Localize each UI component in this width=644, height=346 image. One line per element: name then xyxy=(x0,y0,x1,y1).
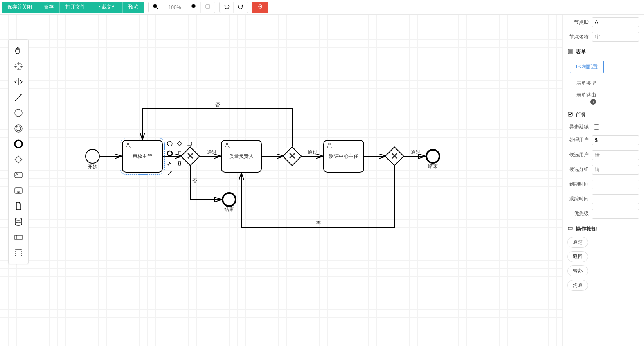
gateway-1[interactable]: ✕ xyxy=(182,148,198,164)
subprocess-tool[interactable] xyxy=(11,183,25,198)
download-file-button[interactable]: 下载文件 xyxy=(91,2,123,13)
start-event-label: 开始 xyxy=(88,164,97,171)
data-object-tool[interactable] xyxy=(11,198,25,214)
form-section-title: 表单 xyxy=(576,48,586,56)
svg-rect-54 xyxy=(568,227,572,230)
task-quality-owner[interactable]: 质量负责人 xyxy=(221,140,262,173)
node-name-label: 节点名称 xyxy=(567,34,592,40)
task-section-title: 任务 xyxy=(576,111,586,119)
record-icon xyxy=(257,4,263,11)
pad-wrench[interactable] xyxy=(166,160,173,167)
action-pass[interactable]: 通过 xyxy=(567,237,588,248)
task-eval-director[interactable]: 测评中心主任 xyxy=(323,140,364,173)
redo-button[interactable] xyxy=(234,2,248,13)
action-icon xyxy=(567,225,573,232)
zoom-reset-icon xyxy=(205,4,211,11)
svg-rect-43 xyxy=(187,142,192,145)
space-tool[interactable] xyxy=(11,74,25,90)
action-transfer[interactable]: 转办 xyxy=(567,265,588,276)
canvas[interactable]: 开始 审核主管 ✕ xyxy=(0,15,562,346)
svg-rect-32 xyxy=(15,249,22,256)
zoom-controls: 100% xyxy=(148,2,215,13)
preview-button[interactable]: 预览 xyxy=(123,2,144,13)
record-button[interactable] xyxy=(252,2,268,13)
gateway-tool[interactable] xyxy=(11,152,25,167)
svg-rect-30 xyxy=(15,235,22,239)
due-time-input[interactable] xyxy=(592,180,639,189)
user-icon xyxy=(327,142,332,149)
zoom-in-icon xyxy=(191,4,197,11)
end-event-1[interactable]: 结束 xyxy=(426,149,440,164)
svg-rect-22 xyxy=(15,156,22,163)
zoom-out-icon xyxy=(153,4,158,11)
form-type-label: 表单类型 xyxy=(575,80,599,87)
primary-actions: 保存并关闭 暂存 打开文件 下载文件 预览 xyxy=(2,2,144,13)
zoom-level-display: 100% xyxy=(162,4,187,10)
save-close-button[interactable]: 保存并关闭 xyxy=(2,2,38,13)
svg-rect-7 xyxy=(206,5,210,8)
start-event-tool[interactable] xyxy=(11,105,25,121)
pad-append-end-event[interactable] xyxy=(166,150,173,157)
edge-label-gw2-no: 否 xyxy=(214,101,221,108)
pc-config-tab[interactable]: PC端配置 xyxy=(570,61,604,73)
end-event-2[interactable]: 结束 xyxy=(222,192,236,207)
participant-tool[interactable] xyxy=(11,229,25,245)
end-event-label: 结束 xyxy=(428,163,438,170)
lasso-tool[interactable] xyxy=(11,58,25,74)
action-communicate[interactable]: 沟通 xyxy=(567,280,588,291)
zoom-reset-button[interactable] xyxy=(201,2,215,13)
candidate-group-input[interactable] xyxy=(592,165,639,175)
task-review-supervisor[interactable]: 审核主管 xyxy=(122,140,163,173)
undo-button[interactable] xyxy=(220,2,234,13)
tool-palette xyxy=(8,39,29,264)
edge-label-gw1-no: 否 xyxy=(191,177,198,184)
track-time-label: 跟踪时间 xyxy=(567,195,592,202)
intermediate-event-tool[interactable] xyxy=(11,121,25,136)
zoom-in-button[interactable] xyxy=(187,2,201,13)
candidate-user-input[interactable] xyxy=(592,150,639,160)
user-task-tool[interactable] xyxy=(11,167,25,183)
action-reject[interactable]: 驳回 xyxy=(567,251,588,262)
user-icon xyxy=(224,142,230,149)
end-event-tool[interactable] xyxy=(11,136,25,152)
edge-label-gw1-pass: 通过 xyxy=(206,149,218,156)
pad-append-event[interactable] xyxy=(166,140,173,147)
svg-point-47 xyxy=(226,143,228,145)
candidate-user-label: 候选用户 xyxy=(567,151,592,158)
form-route-label: 表单路由 i xyxy=(575,92,599,105)
priority-input[interactable] xyxy=(592,209,639,219)
pad-append-gateway[interactable] xyxy=(176,140,183,147)
hand-tool[interactable] xyxy=(11,43,25,58)
redo-icon xyxy=(238,4,243,11)
node-name-input[interactable] xyxy=(592,32,639,42)
save-temp-button[interactable]: 暂存 xyxy=(38,2,60,13)
async-continue-label: 异步延续 xyxy=(567,124,592,130)
task-label: 测评中心主任 xyxy=(329,153,358,160)
edge-label-gw2-pass: 通过 xyxy=(307,149,318,156)
connection-tool[interactable] xyxy=(11,90,25,105)
start-event-node[interactable]: 开始 xyxy=(85,149,100,164)
edge-label-gw3-no: 否 xyxy=(315,220,322,227)
pad-connect[interactable] xyxy=(166,169,173,177)
diagram-edges xyxy=(0,15,562,346)
async-continue-checkbox[interactable] xyxy=(594,124,599,130)
handler-user-input[interactable] xyxy=(592,135,639,145)
priority-label: 优先级 xyxy=(567,210,592,217)
pad-append-task[interactable] xyxy=(186,140,193,147)
open-file-button[interactable]: 打开文件 xyxy=(60,2,91,13)
gateway-3[interactable]: ✕ xyxy=(386,148,403,164)
data-store-tool[interactable] xyxy=(11,214,25,229)
due-time-label: 到期时间 xyxy=(567,181,592,188)
action-section-title: 操作按钮 xyxy=(576,225,597,233)
svg-point-48 xyxy=(329,143,331,145)
zoom-out-button[interactable] xyxy=(149,2,162,13)
form-icon xyxy=(567,49,573,56)
node-id-input[interactable] xyxy=(592,17,639,27)
gateway-2[interactable]: ✕ xyxy=(284,148,300,164)
group-tool[interactable] xyxy=(11,245,25,261)
task-icon xyxy=(567,111,573,118)
handler-user-label: 处理用户 xyxy=(567,137,592,144)
history-controls xyxy=(219,2,248,13)
track-time-input[interactable] xyxy=(592,194,639,204)
svg-point-29 xyxy=(15,218,22,220)
